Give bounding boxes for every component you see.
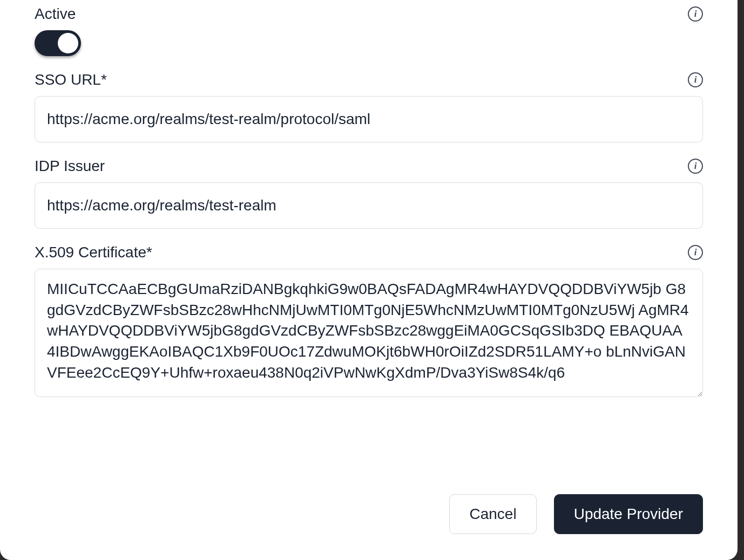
x509-label: X.509 Certificate* <box>35 244 152 261</box>
active-field-group: Active i <box>35 0 703 56</box>
sso-url-label: SSO URL* <box>35 71 107 88</box>
sso-url-input[interactable] <box>35 96 703 142</box>
info-icon[interactable]: i <box>688 72 703 87</box>
x509-textarea[interactable] <box>35 269 703 397</box>
idp-issuer-field-group: IDP Issuer i <box>35 158 703 229</box>
x509-label-row: X.509 Certificate* i <box>35 244 703 261</box>
cancel-button[interactable]: Cancel <box>449 494 536 534</box>
active-label-row: Active i <box>35 5 703 23</box>
active-label: Active <box>35 5 76 23</box>
info-icon[interactable]: i <box>688 245 703 260</box>
info-icon[interactable]: i <box>688 159 703 174</box>
provider-form-modal: Active i SSO URL* i IDP Issuer i X.509 C… <box>0 0 738 560</box>
toggle-knob <box>58 33 78 53</box>
idp-issuer-label-row: IDP Issuer i <box>35 158 703 175</box>
update-provider-button[interactable]: Update Provider <box>554 494 703 534</box>
button-row: Cancel Update Provider <box>449 494 703 534</box>
idp-issuer-label: IDP Issuer <box>35 158 105 175</box>
info-icon[interactable]: i <box>688 6 703 22</box>
idp-issuer-input[interactable] <box>35 182 703 229</box>
sso-url-field-group: SSO URL* i <box>35 71 703 142</box>
active-toggle[interactable] <box>35 30 81 56</box>
x509-field-group: X.509 Certificate* i <box>35 244 703 399</box>
sso-url-label-row: SSO URL* i <box>35 71 703 88</box>
